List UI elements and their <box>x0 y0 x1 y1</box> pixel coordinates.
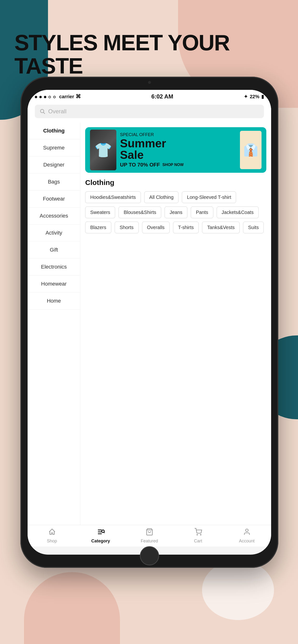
account-nav-icon <box>243 528 251 538</box>
status-right: ✦ 22% ▮ <box>244 94 264 100</box>
sidebar-item-homewear[interactable]: Homewear <box>28 276 80 292</box>
account-nav-label: Account <box>239 538 255 544</box>
device-frame: carrier ⌘ 6:02 AM ✦ 22% ▮ Overall <box>20 77 278 568</box>
banner-image-left: 👕 <box>90 130 116 170</box>
featured-nav-label: Featured <box>140 538 158 544</box>
category-section-title: Clothing <box>85 178 266 187</box>
sidebar-item-designer[interactable]: Designer <box>28 156 80 174</box>
device-screen: carrier ⌘ 6:02 AM ✦ 22% ▮ Overall <box>28 90 271 555</box>
sidebar-item-gift[interactable]: Gift <box>28 242 80 258</box>
dot4 <box>49 96 51 98</box>
nav-item-cart[interactable]: Cart <box>174 526 222 546</box>
category-tag-jeans[interactable]: Jeans <box>165 206 187 218</box>
front-camera <box>148 81 151 84</box>
category-tag-blazers[interactable]: Blazers <box>85 222 111 233</box>
category-tag-tanks-vests[interactable]: Tanks&Vests <box>202 222 240 233</box>
bg-shape-peach-bottom <box>24 572 120 644</box>
headline: STYLES MEET YOUR TASTE <box>14 31 298 78</box>
category-tag-all-clothing[interactable]: All Clothing <box>144 192 179 203</box>
sidebar-item-supreme[interactable]: Supreme <box>28 140 80 156</box>
battery-percent: 22% <box>250 94 259 100</box>
banner-cta[interactable]: SHOP NOW <box>163 163 184 167</box>
category-tag-pants[interactable]: Pants <box>191 206 213 218</box>
status-bar: carrier ⌘ 6:02 AM ✦ 22% ▮ <box>28 90 271 102</box>
dot3 <box>44 96 46 98</box>
search-placeholder-text: Overall <box>48 108 66 115</box>
category-tag-overalls[interactable]: Overalls <box>142 222 170 233</box>
nav-item-category[interactable]: Category <box>76 526 125 546</box>
category-tag-long-sleeved-t-shirt[interactable]: Long-Sleeved T-shirt <box>182 192 236 203</box>
sidebar-item-activity[interactable]: Activity <box>28 224 80 242</box>
banner-special-offer: SPECIAL OFFER <box>120 132 238 137</box>
bottom-nav: ShopCategoryFeaturedCartAccount <box>28 525 271 546</box>
cart-nav-icon <box>194 528 202 538</box>
category-tag-sweaters[interactable]: Sweaters <box>85 206 115 218</box>
category-tag-blouses-shirts[interactable]: Blouses&Shirts <box>118 206 161 218</box>
sidebar-item-bags[interactable]: Bags <box>28 174 80 190</box>
sidebar-item-clothing[interactable]: Clothing <box>28 122 80 140</box>
svg-point-8 <box>197 534 198 535</box>
svg-point-9 <box>200 534 201 535</box>
sidebar: ClothingSupremeDesignerBagsFootwearAcces… <box>28 122 80 525</box>
nav-item-shop[interactable]: Shop <box>28 526 76 546</box>
bluetooth-icon: ✦ <box>244 94 248 100</box>
nav-item-featured[interactable]: Featured <box>125 526 174 546</box>
dot5 <box>53 96 56 98</box>
battery-icon: ▮ <box>261 94 264 100</box>
main-content: ClothingSupremeDesignerBagsFootwearAcces… <box>28 122 271 525</box>
category-tag-suits[interactable]: Suits <box>243 222 264 233</box>
cart-nav-label: Cart <box>194 538 202 544</box>
category-tag-t-shirts[interactable]: T-shirts <box>173 222 199 233</box>
banner-discount: UP TO 70% OFF <box>120 162 160 168</box>
carrier-label: carrier <box>59 94 74 100</box>
banner-title-line1: Summer Sale <box>120 138 238 161</box>
dot2 <box>39 96 42 98</box>
banner-text-content: SPECIAL OFFER Summer Sale UP TO 70% OFF … <box>120 132 238 168</box>
sidebar-item-home[interactable]: Home <box>28 292 80 310</box>
wifi-icon: ⌘ <box>76 94 81 100</box>
sidebar-item-electronics[interactable]: Electronics <box>28 258 80 276</box>
search-bar: Overall <box>28 102 271 122</box>
shop-nav-icon <box>48 528 56 538</box>
bg-shape-white-bottom <box>202 560 274 620</box>
category-tag-jackets-coats[interactable]: Jackets&Coats <box>217 206 259 218</box>
home-button[interactable] <box>140 546 159 566</box>
svg-point-10 <box>245 529 248 532</box>
dot1 <box>35 96 37 98</box>
status-time: 6:02 AM <box>152 93 173 100</box>
signal-dots <box>35 94 56 100</box>
category-tag-shorts[interactable]: Shorts <box>115 222 139 233</box>
category-tag-hoodies-sweatshirts[interactable]: Hoodies&Sweatshirts <box>85 192 141 203</box>
svg-line-1 <box>43 112 45 114</box>
nav-item-account[interactable]: Account <box>222 526 271 546</box>
sidebar-item-accessories[interactable]: Accessories <box>28 208 80 224</box>
category-nav-icon <box>97 528 105 538</box>
status-left: carrier ⌘ <box>35 94 81 100</box>
promo-banner[interactable]: 👕 SPECIAL OFFER Summer Sale UP TO 70% OF… <box>85 127 266 173</box>
sidebar-item-footwear[interactable]: Footwear <box>28 190 80 208</box>
featured-nav-icon <box>146 528 153 538</box>
search-icon <box>40 108 45 114</box>
banner-image-right: 👔 <box>240 131 261 169</box>
svg-point-0 <box>41 110 44 113</box>
category-nav-label: Category <box>91 538 110 544</box>
main-panel: 👕 SPECIAL OFFER Summer Sale UP TO 70% OF… <box>80 122 271 525</box>
shop-nav-label: Shop <box>47 538 57 544</box>
category-tags: Hoodies&SweatshirtsAll ClothingLong-Slee… <box>85 192 266 233</box>
svg-line-6 <box>104 532 105 533</box>
svg-point-5 <box>102 530 104 532</box>
search-input-container[interactable]: Overall <box>35 105 264 118</box>
